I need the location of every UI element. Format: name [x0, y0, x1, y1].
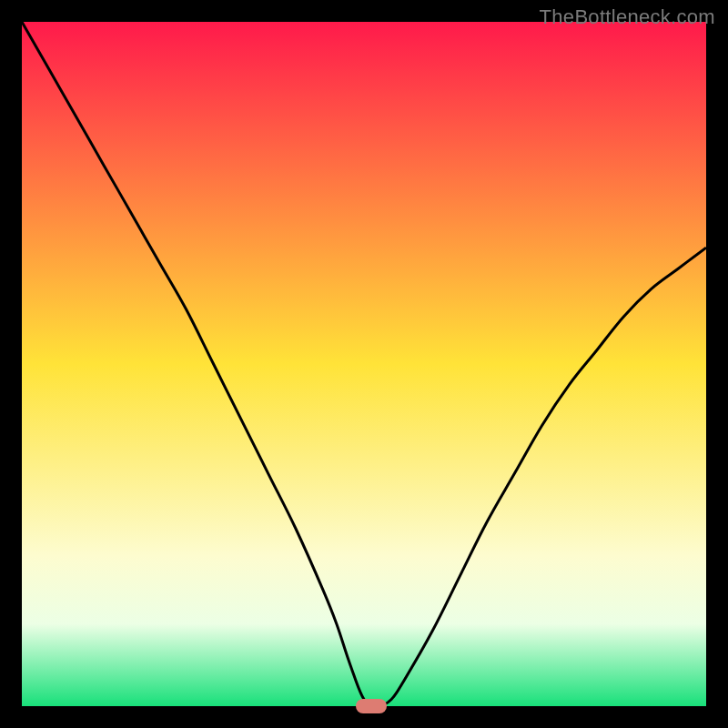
plot-area — [22, 22, 706, 706]
gradient-rect — [22, 22, 706, 706]
chart-frame: TheBottleneck.com — [0, 0, 728, 728]
watermark-label: TheBottleneck.com — [540, 5, 715, 29]
gradient-background — [22, 22, 706, 706]
optimal-point-marker — [356, 699, 387, 713]
